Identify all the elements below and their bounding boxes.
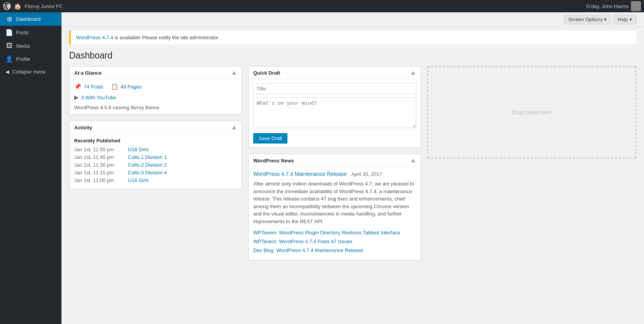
at-a-glance-body: 📌 74 Posts 📋 48 Pages ▶: [70, 79, 242, 114]
pages-count-link[interactable]: 48 Pages: [121, 84, 142, 90]
youtube-label: With YouTube: [85, 95, 116, 100]
news-extra-link[interactable]: WPTavern: WordPress 4.7.4 Fixes 47 Issue…: [253, 239, 416, 244]
profile-icon: 👤: [5, 55, 13, 63]
activity-link[interactable]: U18 Girls: [128, 147, 149, 152]
at-a-glance-widget: At a Glance ▲ 📌 74 Posts 📋: [69, 66, 242, 115]
greeting-text: G'day, John Harms: [586, 3, 629, 9]
activity-header: Activity ▲: [70, 121, 242, 134]
quick-draft-title-input[interactable]: [253, 83, 416, 94]
activity-date: Jan 1st, 11:15 pm: [74, 170, 124, 175]
activity-item: Jan 1st, 11:00 pmU16 Girls: [74, 177, 237, 183]
update-notice-message: is available! Please notify the site adm…: [113, 35, 220, 40]
screen-options-label: Screen Options: [568, 17, 603, 22]
activity-link[interactable]: Colts-2 Division 2: [128, 162, 167, 168]
sidebar-item-label: Posts: [16, 30, 29, 35]
news-main-article: WordPress 4.7.4 Maintenance Release Apri…: [253, 171, 416, 225]
quick-draft-toggle[interactable]: ▲: [410, 70, 416, 76]
screen-options-bar: Screen Options ▾ Help ▾: [61, 12, 644, 27]
activity-toggle[interactable]: ▲: [231, 124, 237, 130]
sidebar-item-profile[interactable]: 👤 Profile: [0, 52, 61, 66]
activity-link[interactable]: Colts-1 Division 1: [128, 154, 167, 160]
at-glance-stats: 📌 74 Posts 📋 48 Pages: [74, 83, 237, 90]
dashboard-icon: ⊞: [5, 15, 13, 23]
news-extra-link[interactable]: WPTavern: WordPress Plugin Directory Res…: [253, 230, 416, 235]
avatar: [631, 1, 641, 11]
drag-boxes-placeholder: Drag boxes here: [512, 109, 552, 115]
collapse-icon: ◀: [5, 69, 9, 75]
activity-item: Jan 1st, 11:45 pmColts-1 Division 1: [74, 154, 237, 160]
left-column: At a Glance ▲ 📌 74 Posts 📋: [69, 66, 242, 189]
dashboard-grid: At a Glance ▲ 📌 74 Posts 📋: [69, 66, 636, 261]
media-icon: 🖼: [5, 42, 13, 49]
activity-body: Recently Published Jan 1st, 11:55 pmU18 …: [70, 134, 242, 189]
news-extra-link[interactable]: Dev Blog: WordPress 4.7.4 Maintenance Re…: [253, 247, 416, 253]
activity-item: Jan 1st, 11:15 pmColts-3 Division 4: [74, 170, 237, 175]
sidebar: ⊞ Dashboard 📄 Posts 🖼 Media 👤 Profile ◀ …: [0, 12, 61, 324]
collapse-label: Collapse menu: [12, 69, 46, 75]
wp-version-text: WordPress 4.5.8 running fitzroy theme.: [74, 105, 237, 110]
activity-date: Jan 1st, 11:45 pm: [74, 154, 124, 160]
quick-draft-widget: Quick Draft ▲ Save Draft: [248, 66, 421, 148]
at-a-glance-header: At a Glance ▲: [70, 67, 242, 79]
activity-date: Jan 1st, 11:30 pm: [74, 162, 124, 168]
at-a-glance-title: At a Glance: [74, 70, 102, 76]
activity-item: Jan 1st, 11:55 pmU18 Girls: [74, 147, 237, 152]
pages-stat[interactable]: 📋 48 Pages: [111, 83, 142, 90]
update-notice-link[interactable]: WordPress 4.7.4: [76, 35, 113, 40]
site-name: Fitzroy Junior FC: [25, 3, 63, 9]
center-column: Quick Draft ▲ Save Draft WordPress News: [248, 66, 421, 261]
activity-title: Activity: [74, 125, 92, 130]
activity-widget: Activity ▲ Recently Published Jan 1st, 1…: [69, 121, 242, 189]
posts-stat[interactable]: 📌 74 Posts: [74, 83, 103, 90]
posts-count-link[interactable]: 74 Posts: [84, 84, 103, 90]
youtube-link[interactable]: 3 With YouTube: [81, 95, 116, 100]
youtube-stat: ▶ 3 With YouTube: [74, 94, 237, 101]
activity-link[interactable]: U16 Girls: [128, 177, 149, 183]
recently-published-label: Recently Published: [74, 138, 237, 144]
save-draft-button[interactable]: Save Draft: [253, 133, 287, 144]
video-icon: ▶: [74, 94, 79, 101]
collapse-menu-button[interactable]: ◀ Collapse menu: [0, 66, 61, 78]
activity-item: Jan 1st, 11:30 pmColts-2 Division 2: [74, 162, 237, 168]
help-label: Help: [617, 17, 628, 22]
sidebar-item-label: Dashboard: [16, 16, 41, 22]
screen-options-button[interactable]: Screen Options ▾: [564, 15, 611, 24]
adminbar-left: 🏠 Fitzroy Junior FC: [3, 2, 63, 10]
sidebar-item-posts[interactable]: 📄 Posts: [0, 26, 61, 39]
posts-icon: 📄: [5, 29, 13, 36]
sidebar-item-label: Media: [16, 43, 30, 49]
activity-date: Jan 1st, 11:55 pm: [74, 147, 124, 152]
screen-options-chevron-icon: ▾: [604, 17, 607, 22]
posts-stat-icon: 📌: [74, 83, 81, 90]
news-main-link[interactable]: WordPress 4.7.4 Maintenance Release: [253, 171, 347, 177]
sidebar-item-label: Profile: [16, 56, 30, 62]
help-button[interactable]: Help ▾: [613, 15, 636, 24]
page-title: Dashboard: [69, 50, 636, 61]
news-date: April 20, 2017: [351, 171, 382, 177]
wordpress-news-widget: WordPress News ▲ WordPress 4.7.4 Mainten…: [248, 154, 421, 261]
adminbar-right: G'day, John Harms: [586, 1, 641, 11]
sidebar-item-dashboard[interactable]: ⊞ Dashboard: [0, 12, 61, 26]
activity-link[interactable]: Colts-3 Division 4: [128, 170, 167, 175]
wordpress-news-header: WordPress News ▲: [249, 154, 421, 167]
sidebar-item-media[interactable]: 🖼 Media: [0, 39, 61, 52]
drag-boxes-area: Drag boxes here: [427, 66, 636, 159]
activity-date: Jan 1st, 11:00 pm: [74, 177, 124, 183]
help-chevron-icon: ▾: [629, 17, 632, 22]
wordpress-news-title: WordPress News: [253, 158, 294, 164]
wordpress-news-toggle[interactable]: ▲: [410, 157, 416, 164]
content-wrap: WordPress 4.7.4 is available! Please not…: [61, 27, 644, 268]
quick-draft-header: Quick Draft ▲: [249, 67, 421, 79]
admin-bar: 🏠 Fitzroy Junior FC G'day, John Harms: [0, 0, 644, 12]
news-links: WPTavern: WordPress Plugin Directory Res…: [253, 230, 416, 253]
wordpress-news-body: WordPress 4.7.4 Maintenance Release Apri…: [249, 167, 421, 260]
quick-draft-body: Save Draft: [249, 79, 421, 147]
quick-draft-body-input[interactable]: [253, 97, 416, 128]
main-content: Screen Options ▾ Help ▾ WordPress 4.7.4 …: [61, 12, 644, 324]
at-a-glance-toggle[interactable]: ▲: [231, 70, 237, 76]
right-column: Drag boxes here: [427, 66, 636, 159]
pages-stat-icon: 📋: [111, 83, 118, 90]
youtube-count: 3: [81, 95, 84, 100]
home-icon: 🏠: [14, 3, 22, 10]
news-description: After almost sixty million downloads of …: [253, 180, 416, 225]
